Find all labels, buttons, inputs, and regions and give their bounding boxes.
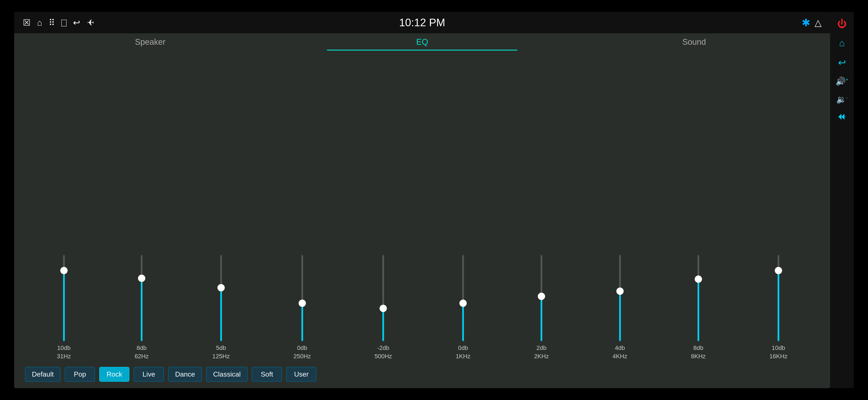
slider-label-31Hz: 10db31Hz [57,344,71,360]
sliders-area: 10db31Hz 8db62Hz 5db125Hz 0db250Hz [25,57,819,363]
home-icon[interactable]: ⌂ [37,18,42,28]
tab-sound[interactable]: Sound [558,33,830,51]
side-grid-icon[interactable]: ⯬ [838,113,846,122]
slider-column-16KHz: 10db16KHz [769,255,787,360]
slider-label-62Hz: 8db62Hz [134,344,149,360]
slider-thumb-125Hz[interactable] [217,284,225,291]
slider-column-1KHz: 0db1KHz [456,255,470,360]
slider-thumb-31Hz[interactable] [60,267,68,274]
side-panel: ⏻ ⌂ ↩ 🔊+ 🔉- ⯬ [830,12,854,388]
slider-fill-125Hz [220,288,222,341]
preset-btn-user[interactable]: User [286,367,316,382]
slider-fill-2KHz [540,296,542,341]
slider-fill-8KHz [698,279,699,341]
slider-fill-250Hz [301,303,303,341]
eq-content: 10db31Hz 8db62Hz 5db125Hz 0db250Hz [14,51,830,388]
forward-icon[interactable]: ✈ [87,18,94,28]
tab-speaker[interactable]: Speaker [14,33,286,51]
slider-label-125Hz: 5db125Hz [212,344,230,360]
slider-fill-62Hz [141,278,143,341]
slider-track-500Hz[interactable] [380,255,386,341]
slider-thumb-1KHz[interactable] [459,300,467,307]
slider-label-8KHz: 8db8KHz [691,344,706,360]
slider-thumb-4KHz[interactable] [616,288,624,295]
side-vol-up-icon[interactable]: 🔊+ [836,76,848,86]
presets-row: DefaultPopRockLiveDanceClassicalSoftUser [25,363,819,384]
preset-btn-default[interactable]: Default [25,367,61,382]
slider-track-31Hz[interactable] [61,255,67,341]
top-bar-left: ☒ ⌂ ⠿ ⎕ ↩ ✈ [23,18,94,28]
slider-track-125Hz[interactable] [218,255,224,341]
slider-track-8KHz[interactable] [695,255,702,341]
main-screen: ☒ ⌂ ⠿ ⎕ ↩ ✈ 10:12 PM ✱ △ Speaker EQ Soun… [14,12,830,388]
slider-column-125Hz: 5db125Hz [212,255,230,360]
tab-eq[interactable]: EQ [286,33,558,51]
slider-track-2KHz[interactable] [538,255,545,341]
slider-label-4KHz: 4db4KHz [613,344,627,360]
screen-icon[interactable]: ⎕ [61,18,66,28]
slider-column-4KHz: 4db4KHz [613,255,627,360]
slider-thumb-62Hz[interactable] [138,275,145,282]
slider-column-62Hz: 8db62Hz [134,255,149,360]
slider-column-8KHz: 8db8KHz [691,255,706,360]
preset-btn-pop[interactable]: Pop [65,367,95,382]
slider-label-500Hz: -2db500Hz [375,344,392,360]
slider-label-250Hz: 0db250Hz [293,344,311,360]
slider-column-31Hz: 10db31Hz [57,255,71,360]
slider-thumb-16KHz[interactable] [775,267,782,274]
bluetooth-icon[interactable]: ✱ [802,16,810,29]
slider-fill-31Hz [63,270,65,341]
power-icon[interactable]: ⏻ [837,18,847,29]
slider-thumb-8KHz[interactable] [695,275,702,283]
side-home-icon[interactable]: ⌂ [839,38,845,48]
preset-btn-classical[interactable]: Classical [206,367,248,382]
slider-fill-4KHz [619,291,621,341]
slider-track-250Hz[interactable] [299,255,306,341]
grid-icon[interactable]: ⠿ [49,18,55,28]
back-icon[interactable]: ↩ [73,18,80,28]
side-back-icon[interactable]: ↩ [838,57,846,68]
slider-thumb-250Hz[interactable] [299,300,306,307]
slider-column-2KHz: 2db2KHz [534,255,549,360]
slider-label-1KHz: 0db1KHz [456,344,470,360]
slider-label-16KHz: 10db16KHz [769,344,787,360]
clock-display: 10:12 PM [399,16,445,29]
slider-column-500Hz: -2db500Hz [375,255,392,360]
slider-thumb-2KHz[interactable] [538,293,545,300]
slider-fill-16KHz [778,270,779,341]
slider-track-16KHz[interactable] [775,255,782,341]
slider-fill-500Hz [382,308,384,341]
slider-track-4KHz[interactable] [617,255,623,341]
slider-thumb-500Hz[interactable] [379,305,387,312]
slider-track-62Hz[interactable] [138,255,145,341]
slider-label-2KHz: 2db2KHz [534,344,549,360]
tabs-bar: Speaker EQ Sound [14,33,830,51]
slider-column-250Hz: 0db250Hz [293,255,311,360]
top-bar-right: ✱ △ [802,16,822,29]
close-icon[interactable]: ☒ [23,18,31,28]
signal-icon: △ [815,18,822,28]
slider-fill-1KHz [462,303,464,341]
screen-wrapper: ☒ ⌂ ⠿ ⎕ ↩ ✈ 10:12 PM ✱ △ Speaker EQ Soun… [14,12,854,388]
slider-track-1KHz[interactable] [460,255,466,341]
preset-btn-live[interactable]: Live [134,367,164,382]
preset-btn-rock[interactable]: Rock [99,367,129,382]
top-bar: ☒ ⌂ ⠿ ⎕ ↩ ✈ 10:12 PM ✱ △ [14,12,830,33]
preset-btn-dance[interactable]: Dance [168,367,202,382]
preset-btn-soft[interactable]: Soft [252,367,282,382]
side-vol-down-icon[interactable]: 🔉- [836,95,848,104]
